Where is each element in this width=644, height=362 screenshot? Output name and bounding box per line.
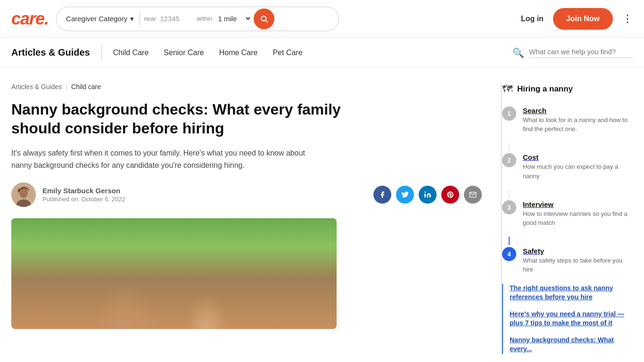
connector-3 — [509, 237, 510, 245]
nav-search: 🔍 — [512, 47, 633, 58]
article-subtitle: It's always safety first when it comes t… — [11, 147, 327, 171]
author-avatar — [11, 182, 36, 207]
share-linkedin-button[interactable] — [419, 186, 437, 204]
join-button[interactable]: Join Now — [553, 8, 613, 30]
article-area: Articles & Guides | Child care Nanny bac… — [11, 83, 482, 354]
step-3-title: Interview — [523, 200, 633, 208]
step-2-title: Cost — [523, 153, 633, 161]
header-right: Log in Join Now ⋮ — [521, 8, 633, 30]
login-label: Log in — [521, 15, 544, 23]
connector-1 — [509, 143, 510, 151]
within-label: within — [193, 15, 216, 22]
step-4-title: Safety — [523, 247, 633, 255]
nav-search-icon: 🔍 — [512, 47, 524, 58]
nav-child-care[interactable]: Child Care — [113, 49, 149, 57]
toc-step-2: 2 Cost How much you can expect to pay a … — [502, 153, 633, 180]
author-row: Emily Starbuck Gerson Published on: Octo… — [11, 182, 482, 207]
facebook-icon — [379, 191, 386, 198]
step-number-4: 4 — [502, 247, 516, 261]
breadcrumb: Articles & Guides | Child care — [11, 83, 482, 90]
linkedin-icon — [424, 191, 431, 198]
distance-select[interactable]: 1 mile 5 miles 10 miles 25 miles 50 mile… — [216, 14, 252, 23]
toc-sub-links: The right questions to ask nanny referen… — [502, 284, 633, 354]
table-of-contents: 🗺 Hiring a nanny 1 Search What to look f… — [501, 83, 633, 354]
email-icon — [469, 191, 477, 198]
share-email-button[interactable] — [464, 186, 482, 204]
pinterest-icon — [446, 191, 454, 198]
near-label: near — [140, 15, 160, 22]
step-1-content: Search What to look for in a nanny and h… — [523, 107, 633, 133]
author-details: Emily Starbuck Gerson Published on: Octo… — [42, 187, 125, 203]
toc-step-3: 3 Interview How to interview nannies so … — [502, 200, 633, 227]
category-label: Caregiver Category — [66, 15, 127, 23]
step-1-link[interactable]: Search — [523, 107, 633, 115]
hero-photo — [11, 218, 337, 329]
step-3-desc: How to interview nannies so you find a g… — [523, 210, 627, 226]
toc-step-1: 1 Search What to look for in a nanny and… — [502, 107, 633, 133]
share-twitter-button[interactable] — [396, 186, 414, 204]
author-info: Emily Starbuck Gerson Published on: Octo… — [11, 182, 125, 207]
step-number-2: 2 — [502, 153, 516, 167]
step-4-content: Safety What safety steps to take before … — [523, 247, 633, 274]
search-bar: Caregiver Category ▾ near within 1 mile … — [56, 7, 339, 31]
nav-bar: Articles & Guides Child Care Senior Care… — [0, 38, 644, 68]
more-icon: ⋮ — [622, 13, 633, 25]
step-3-content: Interview How to interview nannies so yo… — [523, 200, 633, 227]
share-pinterest-button[interactable] — [441, 186, 459, 204]
toc-step-4: 4 Safety What safety steps to take befor… — [502, 247, 633, 274]
nav-senior-care[interactable]: Senior Care — [164, 49, 204, 57]
breadcrumb-separator: | — [66, 83, 67, 90]
step-3-link[interactable]: Interview — [523, 200, 633, 208]
step-1-desc: What to look for in a nanny and how to f… — [523, 116, 627, 132]
step-4-desc: What safety steps to take before you hir… — [523, 257, 622, 273]
map-icon: 🗺 — [502, 83, 512, 95]
sub-link-2[interactable]: Here's why you need a nanny trial — plus… — [510, 310, 633, 328]
logo[interactable]: care. — [11, 9, 49, 29]
header: care. Caregiver Category ▾ near within 1… — [0, 0, 644, 38]
sub-link-1[interactable]: The right questions to ask nanny referen… — [510, 284, 633, 302]
step-2-content: Cost How much you can expect to pay a na… — [523, 153, 633, 180]
article-title: Nanny background checks: What every fami… — [11, 100, 341, 138]
category-dropdown[interactable]: Caregiver Category ▾ — [60, 15, 140, 23]
author-name: Emily Starbuck Gerson — [42, 187, 125, 195]
author-date: Published on: October 6, 2022 — [42, 196, 125, 203]
twitter-icon — [401, 191, 409, 198]
nav-home-care[interactable]: Home Care — [219, 49, 258, 57]
search-icon — [259, 14, 269, 24]
step-2-link[interactable]: Cost — [523, 153, 633, 161]
sub-link-3[interactable]: Nanny background checks: What every... — [510, 336, 633, 354]
zip-input[interactable] — [160, 15, 193, 23]
avatar-image — [11, 182, 36, 207]
breadcrumb-child-care[interactable]: Child care — [71, 83, 101, 90]
logo-text: care. — [11, 9, 49, 28]
sidebar: 🗺 Hiring a nanny 1 Search What to look f… — [501, 83, 633, 354]
breadcrumb-articles[interactable]: Articles & Guides — [11, 83, 62, 90]
login-button[interactable]: Log in — [521, 15, 544, 23]
articles-guides-title: Articles & Guides — [11, 47, 90, 58]
social-icons — [373, 186, 482, 204]
join-label: Join Now — [566, 15, 600, 23]
main-content: Articles & Guides | Child care Nanny bac… — [0, 68, 644, 362]
nav-search-input[interactable] — [529, 48, 633, 58]
toc-title: Hiring a nanny — [517, 84, 573, 94]
nav-links: Child Care Senior Care Home Care Pet Car… — [113, 49, 303, 57]
step-4-link[interactable]: Safety — [523, 247, 633, 255]
toc-header: 🗺 Hiring a nanny — [502, 83, 633, 95]
svg-point-3 — [424, 192, 426, 193]
article-hero-image — [11, 218, 337, 329]
step-2-desc: How much you can expect to pay a nanny — [523, 163, 618, 179]
step-number-3: 3 — [502, 200, 516, 214]
more-menu-button[interactable]: ⋮ — [622, 14, 633, 24]
nav-divider — [101, 45, 102, 60]
step-1-title: Search — [523, 107, 633, 115]
share-facebook-button[interactable] — [373, 186, 391, 204]
search-button[interactable] — [254, 8, 274, 29]
nav-pet-care[interactable]: Pet Care — [273, 49, 303, 57]
step-number-1: 1 — [502, 107, 516, 121]
connector-2 — [509, 190, 510, 198]
chevron-down-icon: ▾ — [130, 15, 134, 23]
